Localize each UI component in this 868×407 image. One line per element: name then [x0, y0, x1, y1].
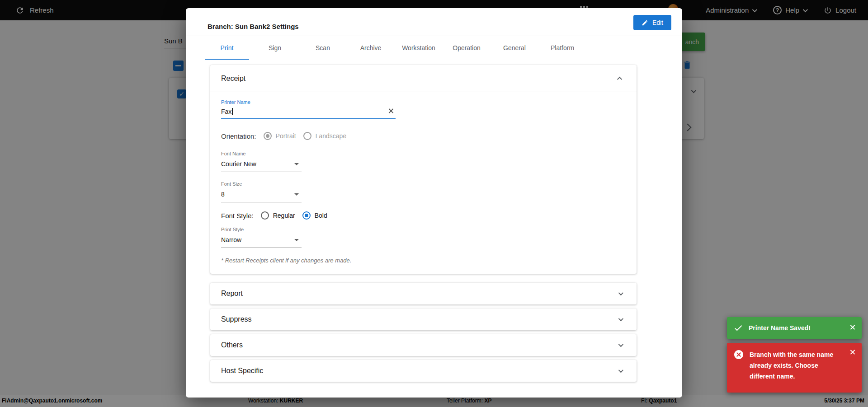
print-style-value: Narrow	[221, 236, 241, 243]
radio-regular[interactable]: Regular	[261, 211, 295, 220]
radio-bold[interactable]: Bold	[302, 211, 327, 220]
report-section-header[interactable]: Report	[210, 283, 637, 304]
font-size-label: Font Size	[221, 181, 626, 187]
error-toast: Branch with the same name already exists…	[727, 343, 862, 393]
print-style-label: Print Style	[221, 227, 626, 232]
orientation-label: Orientation:	[221, 132, 256, 140]
screen: Refresh Administration Help Logout	[0, 0, 868, 407]
report-section: Report	[210, 283, 637, 304]
radio-unselected-icon	[261, 211, 269, 220]
tab-general[interactable]: General	[491, 36, 538, 60]
close-icon	[849, 324, 855, 330]
tab-operation[interactable]: Operation	[443, 36, 491, 60]
tab-scan[interactable]: Scan	[299, 36, 347, 60]
report-section-title: Report	[221, 290, 243, 298]
font-style-row: Font Style: Regular Bold	[221, 211, 626, 220]
check-icon	[733, 323, 743, 333]
success-toast: Printer Name Saved!	[727, 317, 862, 339]
others-section-header[interactable]: Others	[210, 334, 637, 356]
bold-label: Bold	[315, 212, 327, 219]
success-toast-message: Printer Name Saved!	[749, 324, 845, 332]
radio-selected-icon	[264, 132, 272, 140]
pencil-icon	[642, 19, 648, 26]
dropdown-arrow-icon	[294, 193, 299, 196]
receipt-section: Receipt Printer Name Fax Orientation:	[210, 65, 637, 274]
host-specific-section: Host Specific	[210, 360, 637, 382]
radio-landscape[interactable]: Landscape	[303, 132, 347, 140]
printer-name-value: Fax	[221, 108, 231, 115]
tab-workstation[interactable]: Workstation	[395, 36, 443, 60]
tab-print[interactable]: Print	[203, 36, 251, 60]
font-size-group: Font Size 8	[221, 181, 626, 202]
tab-archive[interactable]: Archive	[347, 36, 395, 60]
tab-platform[interactable]: Platform	[538, 36, 586, 60]
font-name-label: Font Name	[221, 151, 626, 156]
dialog-header: Branch: Sun Bank2 Settings Edit	[186, 8, 682, 36]
radio-unselected-icon	[303, 132, 311, 140]
error-toast-message: Branch with the same name already exists…	[750, 349, 845, 382]
print-style-group: Print Style Narrow	[221, 227, 626, 248]
regular-label: Regular	[273, 212, 295, 219]
receipt-section-header[interactable]: Receipt	[210, 65, 637, 92]
chevron-down-icon	[618, 342, 623, 347]
error-toast-close-button[interactable]	[849, 349, 855, 356]
host-specific-section-title: Host Specific	[221, 367, 263, 375]
font-name-group: Font Name Courier New	[221, 151, 626, 172]
orientation-row: Orientation: Portrait Landscape	[221, 132, 626, 140]
font-size-select[interactable]: 8	[221, 188, 302, 202]
font-name-value: Courier New	[221, 160, 256, 168]
others-section: Others	[210, 334, 637, 356]
font-size-value: 8	[221, 191, 225, 198]
chevron-down-icon	[618, 290, 623, 295]
receipt-section-title: Receipt	[221, 75, 245, 83]
printer-name-input[interactable]: Fax	[221, 107, 396, 119]
receipt-section-content: Printer Name Fax Orientation: Portrait	[210, 92, 637, 274]
font-name-select[interactable]: Courier New	[221, 158, 302, 172]
close-icon	[849, 349, 855, 355]
portrait-label: Portrait	[276, 132, 296, 140]
suppress-section: Suppress	[210, 309, 637, 330]
host-specific-section-header[interactable]: Host Specific	[210, 360, 637, 382]
close-icon	[388, 108, 394, 114]
others-section-title: Others	[221, 341, 243, 349]
text-caret	[232, 108, 233, 115]
edit-button-label: Edit	[652, 19, 663, 26]
dialog-title: Branch: Sun Bank2 Settings	[208, 23, 299, 30]
suppress-section-title: Suppress	[221, 315, 252, 323]
error-circle-icon	[733, 349, 744, 360]
restart-note: * Restart Receipts client if any changes…	[221, 257, 626, 264]
chevron-down-icon	[618, 316, 623, 321]
dropdown-arrow-icon	[294, 163, 299, 165]
suppress-section-header[interactable]: Suppress	[210, 309, 637, 330]
font-style-label: Font Style:	[221, 212, 254, 220]
chevron-up-icon	[617, 76, 622, 81]
edit-button[interactable]: Edit	[633, 15, 671, 30]
settings-tabs: Print Sign Scan Archive Workstation Oper…	[203, 36, 682, 60]
dropdown-arrow-icon	[294, 239, 299, 241]
printer-name-label: Printer Name	[221, 99, 626, 105]
print-style-select[interactable]: Narrow	[221, 234, 302, 248]
success-toast-close-button[interactable]	[849, 324, 855, 332]
landscape-label: Landscape	[316, 132, 347, 140]
radio-selected-icon	[302, 211, 311, 220]
tab-sign[interactable]: Sign	[251, 36, 299, 60]
chevron-down-icon	[618, 368, 623, 373]
print-settings-accordion: Receipt Printer Name Fax Orientation:	[210, 65, 637, 382]
clear-printer-name-button[interactable]	[388, 108, 394, 115]
radio-portrait[interactable]: Portrait	[264, 132, 296, 140]
branch-settings-dialog: Branch: Sun Bank2 Settings Edit Print Si…	[186, 8, 682, 398]
